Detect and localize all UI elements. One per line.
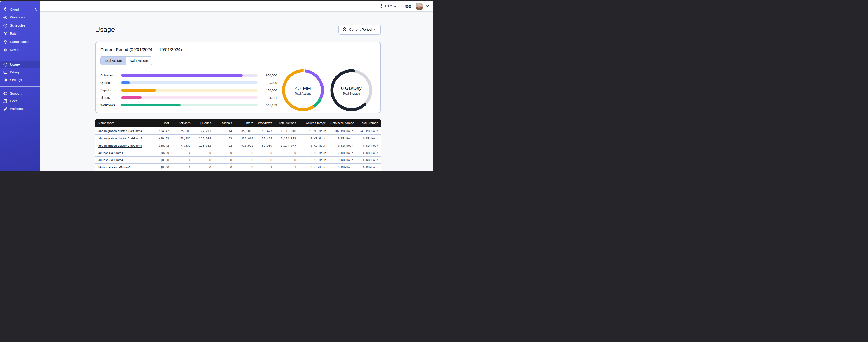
sidebar-item-label: Namespaces <box>10 40 29 43</box>
namespace-link[interactable]: abs-migration-cluster-2.a98mm4 <box>98 137 142 140</box>
workflows-icon <box>3 15 7 20</box>
sidebar-item-label: Usage <box>10 63 20 66</box>
table-cell: 75,452 <box>172 134 193 142</box>
table-cell: 0 KB-Hour <box>299 149 329 156</box>
table-cell: 14 <box>214 127 235 134</box>
sidebar-item-label: Workflows <box>10 15 25 19</box>
sidebar-item-nexus[interactable]: Nexus <box>0 46 40 54</box>
bar-value: 5,000 <box>257 81 277 84</box>
chevron-down-icon <box>394 4 396 8</box>
table-cell: 0 <box>256 156 275 163</box>
table-cell: 0 KB-Hour <box>356 156 381 163</box>
usage-gauge-icon <box>3 63 7 67</box>
sidebar-item-support[interactable]: Support <box>0 90 40 97</box>
sidebar-item-settings[interactable]: Settings <box>0 76 40 84</box>
table-cell: $0.00 <box>147 149 172 156</box>
bar-row-activities: Activities 900,000 <box>100 72 277 79</box>
table-cell: 0 <box>172 149 193 156</box>
namespace-link[interactable]: a0-test-2.a98mm4 <box>98 158 123 162</box>
sidebar-item-label: Billing <box>10 70 19 74</box>
table-cell: 0 <box>235 156 256 163</box>
namespace-usage-table: NamespaceCostActivitiesQueriesSignalsTim… <box>95 119 381 171</box>
sidebar-brand-cloud[interactable]: Cloud <box>0 5 40 13</box>
actions-view-tabs: Total Actions Daily Actions <box>100 56 152 65</box>
namespace-cell: bk-worker-test.a98mm4 <box>95 163 147 171</box>
namespaces-cube-icon <box>3 40 7 44</box>
user-menu-chevron-down-icon[interactable] <box>426 5 429 7</box>
namespace-link[interactable]: abs-migration-cluster-3.a98mm4 <box>98 144 142 147</box>
bar-track <box>121 89 257 92</box>
namespace-link[interactable]: a0-test-1.a98mm4 <box>98 151 123 155</box>
bar-label: Signals <box>100 89 121 92</box>
table-cell: 0 KB-Hour <box>299 134 329 142</box>
table-cell: 910,922 <box>235 142 256 149</box>
table-cell: 0 KB-Hour <box>356 163 381 171</box>
card-title: Current Period (09/01/2024 — 10/01/2024) <box>100 47 376 52</box>
table-row: abs-migration-cluster-2.a98mm4$29.3275,4… <box>95 134 381 142</box>
tab-total-actions[interactable]: Total Actions <box>101 57 126 65</box>
app-screen: Cloud Workflows Schedules <box>0 1 433 171</box>
page-title: Usage <box>95 26 115 33</box>
column-header: Retained Storage <box>329 119 356 127</box>
table-cell: $38.42 <box>147 142 172 149</box>
bar-track <box>121 74 257 77</box>
table-cell: 0 <box>275 156 299 163</box>
table-cell: 1,174,077 <box>275 142 299 149</box>
namespace-cell: abs-migration-cluster-2.a98mm4 <box>95 134 147 142</box>
table-cell: 0 <box>256 149 275 156</box>
namespace-link[interactable]: bk-worker-test.a98mm4 <box>98 166 130 169</box>
column-header: Namespace <box>95 119 147 127</box>
table-cell: 182 MB-Hour <box>329 127 356 134</box>
sidebar-item-workflows[interactable]: Workflows <box>0 13 40 22</box>
bar-fill <box>121 89 156 92</box>
sidebar-collapse-icon[interactable] <box>34 7 37 11</box>
bar-fill <box>121 81 130 84</box>
current-period-card: Current Period (09/01/2024 — 10/01/2024)… <box>95 42 381 113</box>
tab-daily-actions[interactable]: Daily Actions <box>126 57 152 65</box>
sidebar-item-usage[interactable]: Usage <box>0 61 40 68</box>
table-cell: 126,984 <box>193 134 214 142</box>
table-cell: 0 KB-Hour <box>356 149 381 156</box>
sidebar-item-label: Nexus <box>10 48 20 52</box>
bar-row-workflows: Workflows 541,109 <box>100 102 277 109</box>
table-cell: 0 KB-Hour <box>329 142 356 149</box>
table-cell: 22 <box>214 134 235 142</box>
bar-label: Timers <box>100 96 121 100</box>
sidebar-item-label: Support <box>10 92 22 95</box>
table-cell: 0 <box>193 156 214 163</box>
sidebar-item-batch[interactable]: Batch <box>0 30 40 38</box>
sidebar-item-label: Settings <box>10 78 22 82</box>
sidebar-item-docs[interactable]: Docs <box>0 97 40 105</box>
namespace-cell: abs-migration-cluster-3.a98mm4 <box>95 142 147 149</box>
table-cell: 0 <box>172 156 193 163</box>
table-cell: 1,114,872 <box>275 134 299 142</box>
bar-value: 541,109 <box>257 104 277 107</box>
namespace-cell: a0-test-1.a98mm4 <box>95 149 147 156</box>
table-row: bk-worker-test.a98mm4$0.000000110 KB-Hou… <box>95 163 381 171</box>
clock-icon <box>379 4 383 8</box>
donut-label: Total Storage <box>343 92 360 95</box>
table-cell: 126,862 <box>193 142 214 149</box>
table-cell: 75,501 <box>172 127 193 134</box>
sidebar-item-welcome[interactable]: Welcome <box>0 105 40 112</box>
sidebar-item-schedules[interactable]: Schedules <box>0 22 40 30</box>
actions-bar-chart: Activities 900,000 Queries 5,000 Signals <box>100 72 277 109</box>
table-cell: 0 KB-Hour <box>299 156 329 163</box>
table-cell: 22 <box>214 142 235 149</box>
namespace-link[interactable]: abs-migration-cluster-1.a98mm4 <box>98 129 142 133</box>
bar-fill <box>121 74 243 77</box>
table-cell: 0 KB-Hour <box>356 134 381 142</box>
feedback-glasses-icon[interactable] <box>405 4 411 8</box>
table-row: abs-migration-cluster-3.a98mm4$38.4277,3… <box>95 142 381 149</box>
donut-value: 4.7 MM <box>295 86 311 91</box>
user-avatar[interactable] <box>416 3 423 10</box>
table-cell: 0 <box>214 156 235 163</box>
bar-row-queries: Queries 5,000 <box>100 79 277 87</box>
timezone-selector[interactable]: UTC <box>379 4 396 8</box>
table-cell: 58,939 <box>256 142 275 149</box>
sidebar-item-namespaces[interactable]: Namespaces <box>0 38 40 46</box>
sidebar-item-billing[interactable]: Billing <box>0 68 40 76</box>
column-header: Queries <box>193 119 214 127</box>
bar-track <box>121 104 257 106</box>
period-selector-button[interactable]: Current Period <box>338 25 381 35</box>
